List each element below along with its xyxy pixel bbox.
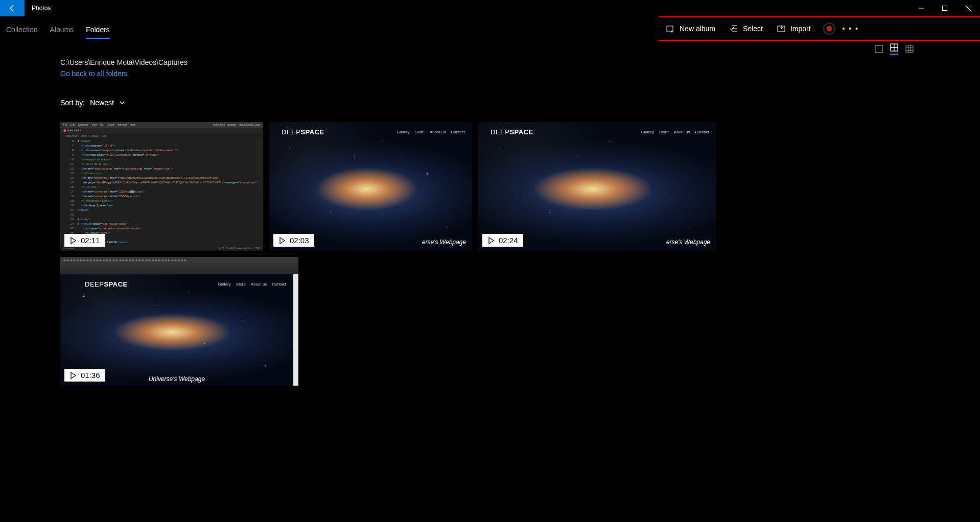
sort-dropdown[interactable]: Newest (90, 99, 125, 107)
sort-label: Sort by: (60, 99, 85, 107)
view-small-tiles[interactable] (905, 45, 914, 53)
maximize-icon (942, 6, 947, 11)
view-large-tiles[interactable] (875, 45, 883, 53)
sort-value: Newest (90, 99, 114, 107)
small-tile-icon (905, 45, 914, 53)
app-title: Photos (25, 5, 51, 12)
command-bar: New album Select Import • • • (659, 17, 980, 40)
back-button[interactable] (0, 0, 25, 16)
select-icon (730, 25, 738, 33)
back-to-folders-link[interactable]: Go back to all folders (60, 69, 128, 78)
duration-badge: 02:11 (64, 234, 105, 247)
new-album-label: New album (680, 25, 715, 33)
new-album-button[interactable]: New album (659, 18, 722, 39)
duration-badge: 01:36 (64, 369, 105, 382)
large-tile-icon (875, 45, 883, 53)
thumbnail-browser-deepspace: ▣ ▣ ▣ ▣ ▣ ▣ ▣ ▣ ▣ ▣ ▣ ▣ ▣ ▣ ▣ ▣ ▣ ▣ ▣ ▣ … (60, 257, 298, 386)
duration-text: 02:24 (499, 236, 518, 245)
duration-text: 02:11 (81, 236, 100, 245)
command-bar-annotated: New album Select Import • • • (659, 16, 980, 41)
video-tile[interactable]: ▣ ▣ ▣ ▣ ▣ ▣ ▣ ▣ ▣ ▣ ▣ ▣ ▣ ▣ ▣ ▣ ▣ ▣ ▣ ▣ … (60, 257, 298, 386)
header-row: Collection Albums Folders New album Sele… (0, 16, 980, 39)
video-tile[interactable]: FileEditSelectionViewGoDebugTerminalHelp… (60, 122, 263, 251)
chevron-down-icon (119, 100, 125, 106)
svg-rect-5 (906, 45, 913, 53)
thumbnail-code-editor: FileEditSelectionViewGoDebugTerminalHelp… (60, 122, 263, 251)
import-icon (777, 25, 785, 33)
arrow-left-icon (8, 4, 16, 12)
thumbnail-deepspace: DEEPSPACE GalleryStoreAbout usContact er… (269, 122, 472, 251)
svg-rect-1 (667, 26, 673, 31)
new-album-icon (666, 25, 674, 33)
medium-tile-icon (890, 43, 898, 52)
content: C:\Users\Enrique Mota\Videos\Captures Go… (0, 58, 980, 386)
view-size-row (0, 42, 980, 56)
tab-folders[interactable]: Folders (86, 26, 110, 39)
duration-text: 01:36 (81, 371, 100, 379)
svg-rect-0 (943, 6, 947, 11)
window-minimize-button[interactable] (909, 0, 933, 16)
play-icon (487, 237, 495, 244)
select-label: Select (743, 25, 763, 33)
annotation-line-bottom (659, 40, 980, 41)
select-button[interactable]: Select (722, 18, 770, 39)
tab-collection[interactable]: Collection (6, 26, 37, 39)
svg-rect-3 (875, 45, 882, 53)
window-maximize-button[interactable] (933, 0, 956, 16)
view-medium-tiles[interactable] (890, 43, 898, 55)
play-icon (69, 237, 77, 244)
nav-tabs: Collection Albums Folders (6, 16, 110, 39)
window-close-button[interactable] (956, 0, 980, 16)
play-icon (69, 372, 77, 379)
video-tile[interactable]: DEEPSPACE GalleryStoreAbout usContact er… (269, 122, 472, 251)
import-button[interactable]: Import (770, 18, 818, 39)
sort-row: Sort by: Newest (60, 99, 980, 107)
minimize-icon (919, 6, 924, 11)
thumbnail-deepspace: DEEPSPACE GalleryStoreAbout usContact er… (478, 122, 716, 251)
duration-badge: 02:03 (273, 234, 314, 247)
titlebar: Photos (0, 0, 980, 16)
ellipsis-icon: • • • (842, 25, 858, 33)
duration-badge: 02:24 (482, 234, 523, 247)
duration-text: 02:03 (290, 236, 309, 245)
tab-albums[interactable]: Albums (50, 26, 74, 39)
more-button[interactable]: • • • (841, 18, 861, 39)
folder-path: C:\Users\Enrique Mota\Videos\Captures (60, 58, 980, 66)
video-grid: FileEditSelectionViewGoDebugTerminalHelp… (60, 122, 719, 386)
video-tile[interactable]: DEEPSPACE GalleryStoreAbout usContact er… (478, 122, 716, 251)
import-label: Import (790, 25, 811, 33)
play-icon (278, 237, 286, 244)
user-avatar[interactable] (823, 22, 835, 35)
close-icon (966, 6, 971, 11)
